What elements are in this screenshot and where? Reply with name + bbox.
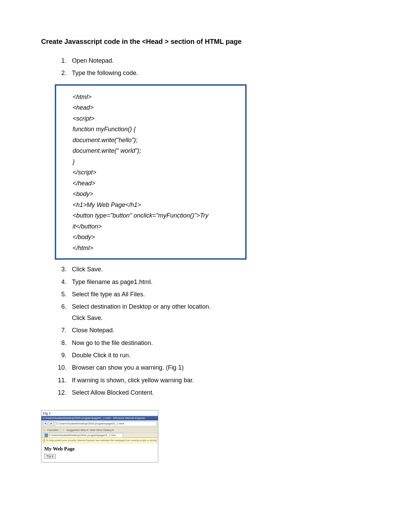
step-number: 8. [55, 337, 66, 348]
tab-bar: C:\Users\Sudara\Desktop\2016 program\pag… [41, 433, 158, 438]
step-text: Type filename as page1.html. [72, 279, 152, 285]
code-line: <script> [73, 113, 242, 124]
step-text: Type the following code. [72, 70, 138, 76]
step-item: 12.Select Allow Blocked Content. [55, 387, 370, 398]
favorites-star-icon[interactable]: ★ [43, 428, 46, 432]
code-line: <html> [73, 92, 242, 103]
code-line: <body> [73, 189, 242, 200]
step-number: 2. [55, 67, 66, 78]
step-item: 3.Click Save. [55, 264, 370, 275]
step-item: 1.Open Notepad. [55, 55, 370, 66]
code-line: } [73, 157, 242, 168]
code-line: document.write(" world"); [73, 146, 242, 157]
step-text: Now go to the file destination. [72, 339, 153, 346]
warning-icon: ! [43, 439, 45, 442]
steps-post-list: 3.Click Save.4.Type filename as page1.ht… [55, 264, 370, 398]
page-title: Create Javasscript code in the <Head > s… [41, 38, 370, 46]
address-input[interactable]: C:\Users\Sudara\Desktop\2016 program\pag… [55, 421, 157, 426]
web-slice-link[interactable]: Web Slice Gallery ▾ [90, 429, 114, 432]
code-line: <head> [73, 102, 242, 113]
code-line: it</button> [73, 221, 242, 232]
step-text: Select file type as All Files. [72, 291, 145, 298]
favorites-bar: ★ Favorites | ★ Suggested Sites ▾ Web Sl… [41, 428, 158, 433]
step-number: 1. [55, 55, 66, 66]
step-subtext: Click Save. [72, 312, 370, 323]
favorites-label[interactable]: Favorites [47, 429, 59, 432]
page-heading: My Web Page [44, 446, 155, 452]
step-item: 8.Now go to the file destination. [55, 337, 370, 348]
step-item: 9.Double Click it to run. [55, 350, 370, 361]
step-text: Double Click it to run. [72, 352, 130, 359]
security-warning-bar[interactable]: ! To help protect your security, Interne… [42, 438, 157, 443]
step-number: 12. [55, 387, 66, 398]
step-text: If warning is shown, click yellow warnin… [72, 377, 194, 384]
code-line: </body> [73, 232, 242, 243]
step-text: Browser can show you a warning. (Fig 1) [72, 364, 184, 371]
back-button-icon[interactable]: ◄ [43, 421, 48, 426]
step-item: 6.Select destination in Desktop or any o… [55, 301, 370, 323]
code-line: document.write("hello"); [73, 135, 242, 146]
suggested-sites-link[interactable]: Suggested Sites ▾ [66, 429, 88, 432]
try-it-button[interactable]: Try it [44, 454, 56, 459]
step-item: 7.Close Notepad. [55, 325, 370, 336]
step-text: Select Allow Blocked Content. [72, 389, 154, 396]
step-number: 10. [55, 362, 66, 373]
step-number: 7. [55, 325, 66, 336]
forward-button-icon[interactable]: ► [49, 421, 54, 426]
code-line: <button type="button" onclick="myFunctio… [73, 210, 242, 221]
step-number: 6. [55, 301, 66, 312]
code-line: </html> [73, 243, 242, 254]
tab-label: C:\Users\Sudara\Desktop\2016 program\pag… [49, 434, 116, 437]
steps-pre-list: 1.Open Notepad.2. Type the following cod… [55, 55, 370, 79]
step-number: 9. [55, 350, 66, 361]
figure-label: Fig 1 [41, 410, 158, 416]
page-body: My Web Page Try it [41, 443, 158, 462]
step-number: 5. [55, 289, 66, 300]
step-item: 2. Type the following code. [55, 67, 370, 78]
step-item: 4.Type filename as page1.html. [55, 276, 370, 287]
step-item: 5.Select file type as All Files. [55, 289, 370, 300]
step-item: 11.If warning is shown, click yellow war… [55, 375, 370, 386]
figure-1: Fig 1 C:\Users\Sudara\Desktop\2016 progr… [41, 410, 158, 462]
browser-tab[interactable]: C:\Users\Sudara\Desktop\2016 program\pag… [43, 433, 123, 437]
page-icon [45, 434, 48, 437]
code-example-box: <html><head><script>function myFunction(… [55, 84, 247, 260]
code-line: function myFunction() { [73, 124, 242, 135]
code-line: <h1>My Web Page</h1> [73, 200, 242, 211]
code-line: </head> [73, 178, 242, 189]
step-item: 10.Browser can show you a warning. (Fig … [55, 362, 370, 373]
code-line: </script> [73, 167, 242, 178]
warning-text: To help protect your security, Internet … [46, 439, 157, 442]
browser-titlebar: C:\Users\Sudara\Desktop\2016 program\pag… [41, 416, 158, 420]
suggested-star-icon: ★ [62, 428, 65, 432]
browser-address-bar: ◄ ► C:\Users\Sudara\Desktop\2016 program… [41, 420, 158, 428]
step-text: Click Save. [72, 266, 103, 273]
step-number: 3. [55, 264, 66, 275]
step-text: Close Notepad. [72, 327, 114, 334]
step-text: Select destination in Desktop or any oth… [72, 303, 211, 310]
step-number: 4. [55, 276, 66, 287]
step-text: Open Notepad. [72, 57, 114, 64]
step-number: 11. [55, 375, 66, 386]
